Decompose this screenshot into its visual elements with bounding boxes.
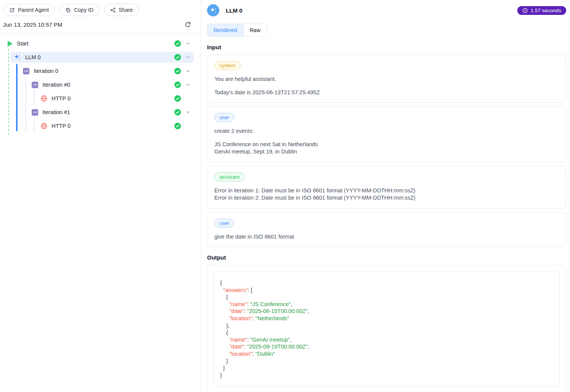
node-title: LLM 0 bbox=[226, 7, 242, 14]
chevron-down-icon[interactable] bbox=[185, 68, 191, 74]
chevron-down-icon[interactable] bbox=[185, 110, 191, 115]
copy-id-button[interactable]: Copy ID bbox=[59, 4, 100, 16]
run-timestamp: Jun 13, 2025 10:57 PM bbox=[3, 21, 62, 28]
toolbar: Parent Agent Copy ID Sha bbox=[3, 4, 198, 16]
chevron-down-icon[interactable] bbox=[185, 55, 191, 60]
role-badge-system: system bbox=[214, 61, 241, 70]
globe-icon bbox=[40, 123, 47, 129]
node-header: LLM 0 1.57 seconds bbox=[207, 4, 566, 16]
chevron-down-icon[interactable] bbox=[185, 82, 191, 87]
iteration-icon: 1:N bbox=[23, 68, 29, 74]
tree-item-iteration-0[interactable]: 1:NIteration 0 bbox=[0, 66, 201, 76]
tree-item-label: Iteration #1 bbox=[42, 109, 70, 115]
trace-tree: Start LLM 0 1:NIteration 0 1:NIteration … bbox=[0, 34, 201, 131]
chevron-down-icon[interactable] bbox=[185, 41, 191, 46]
output-json-box: { "answers": [ { "name": "JS Conference"… bbox=[214, 271, 560, 387]
message-text: Today's date is 2025-06-13T21:57:25.495Z bbox=[214, 89, 559, 97]
message-card-assistant: assistantError in iteration 1: Date must… bbox=[207, 166, 566, 208]
tree-item-iteration-0[interactable]: 1:NIteration #0 bbox=[0, 79, 201, 90]
view-tabs: Rendered Raw bbox=[207, 24, 267, 37]
tree-item-label: HTTP 0 bbox=[52, 123, 71, 129]
share-button[interactable]: Share bbox=[104, 4, 139, 16]
share-icon bbox=[110, 7, 116, 13]
share-label: Share bbox=[119, 7, 133, 13]
tree-item-label: Start bbox=[17, 40, 29, 47]
refresh-icon[interactable] bbox=[184, 21, 191, 28]
copy-id-label: Copy ID bbox=[74, 7, 94, 13]
success-check-icon bbox=[174, 123, 181, 129]
tree-item-http-0[interactable]: HTTP 0 bbox=[0, 121, 201, 131]
input-messages: systemYou are helpful assistant.Today's … bbox=[207, 55, 566, 247]
iteration-icon: 1:N bbox=[32, 109, 38, 116]
tree-item-label: HTTP 0 bbox=[52, 95, 71, 102]
tab-raw[interactable]: Raw bbox=[243, 24, 267, 36]
success-check-icon bbox=[174, 68, 181, 74]
role-badge-assistant: assistant bbox=[214, 173, 245, 181]
tree-item-label: LLM 0 bbox=[25, 54, 40, 60]
message-text: JS Conference on next Sat in Netherlands… bbox=[214, 141, 559, 156]
tree-item-iteration-1[interactable]: 1:NIteration #1 bbox=[0, 107, 201, 118]
node-detail-panel: LLM 0 1.57 seconds Rendered Raw Input sy… bbox=[201, 0, 570, 392]
play-icon bbox=[7, 40, 13, 47]
llm-sparkles-icon bbox=[207, 4, 219, 16]
role-badge-user: user bbox=[214, 219, 234, 227]
external-link-icon bbox=[9, 7, 15, 13]
tree-item-label: Iteration #0 bbox=[42, 82, 70, 88]
clock-icon bbox=[522, 8, 528, 13]
app: Parent Agent Copy ID Sha bbox=[0, 0, 570, 392]
tree-item-llm-0[interactable]: LLM 0 bbox=[0, 52, 201, 63]
output-heading: Output bbox=[207, 254, 566, 261]
message-text: create 2 events: bbox=[214, 127, 559, 135]
duration-label: 1.57 seconds bbox=[531, 8, 561, 13]
message-text: Error in iteration 1: Date must be in IS… bbox=[214, 187, 559, 202]
tree-item-http-0[interactable]: HTTP 0 bbox=[0, 93, 201, 104]
success-check-icon bbox=[174, 40, 181, 47]
input-heading: Input bbox=[207, 44, 566, 50]
success-check-icon bbox=[174, 95, 181, 102]
parent-agent-label: Parent Agent bbox=[18, 7, 49, 13]
success-check-icon bbox=[174, 109, 181, 116]
iteration-icon: 1:N bbox=[32, 82, 38, 88]
sparkles-icon bbox=[14, 54, 21, 61]
role-badge-user: user bbox=[214, 113, 234, 122]
output-card: { "answers": [ { "name": "JS Conference"… bbox=[207, 265, 566, 392]
globe-icon bbox=[40, 95, 47, 102]
message-text: give the date in ISO 8601 format bbox=[214, 233, 559, 241]
sidebar: Parent Agent Copy ID Sha bbox=[0, 0, 201, 392]
copy-icon bbox=[65, 7, 71, 13]
message-text: You are helpful assistant. bbox=[214, 76, 559, 83]
tree-item-label: Iteration 0 bbox=[34, 68, 58, 74]
run-meta-row: Jun 13, 2025 10:57 PM bbox=[3, 21, 191, 28]
duration-badge: 1.57 seconds bbox=[517, 6, 566, 15]
message-card-system: systemYou are helpful assistant.Today's … bbox=[207, 55, 566, 103]
parent-agent-button[interactable]: Parent Agent bbox=[3, 4, 55, 16]
message-card-user: usercreate 2 events:JS Conference on nex… bbox=[207, 106, 566, 162]
output-json: { "answers": [ { "name": "JS Conference"… bbox=[220, 279, 553, 379]
tab-rendered[interactable]: Rendered bbox=[207, 24, 243, 36]
message-card-user: usergive the date in ISO 8601 format bbox=[207, 212, 566, 247]
success-check-icon bbox=[174, 81, 181, 88]
success-check-icon bbox=[174, 54, 181, 61]
tree-item-start[interactable]: Start bbox=[0, 38, 201, 49]
